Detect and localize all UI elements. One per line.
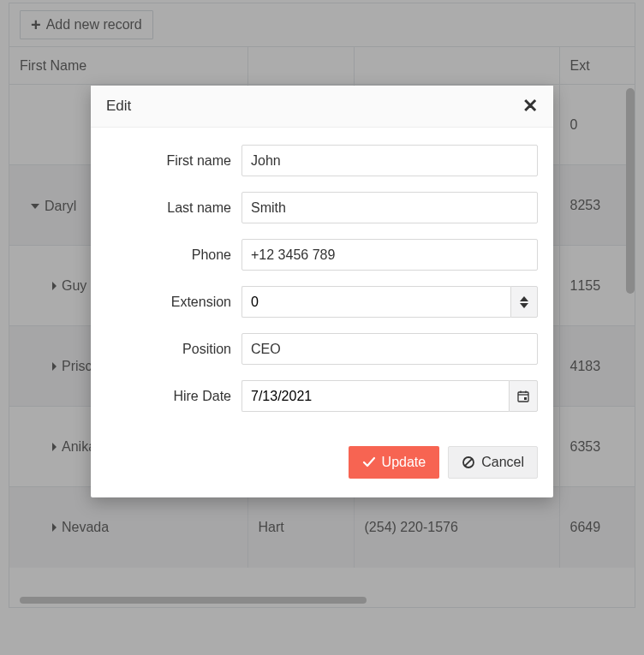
- form-row-position: Position: [106, 333, 538, 365]
- extension-label: Extension: [106, 295, 242, 310]
- phone-label: Phone: [106, 247, 242, 263]
- phone-field[interactable]: [242, 239, 538, 271]
- svg-line-6: [465, 459, 472, 466]
- cancel-button[interactable]: Cancel: [448, 446, 538, 479]
- hire-date-label: Hire Date: [106, 389, 242, 404]
- modal-footer: Update Cancel: [91, 434, 553, 497]
- update-label: Update: [382, 455, 426, 470]
- spin-up-icon[interactable]: [520, 296, 528, 301]
- position-field[interactable]: [242, 333, 538, 365]
- cancel-label: Cancel: [481, 455, 524, 470]
- calendar-button[interactable]: [509, 380, 538, 412]
- modal-body: First name Last name Phone Extension: [91, 128, 553, 434]
- calendar-icon: [516, 390, 530, 403]
- modal-header: Edit ✕: [91, 86, 553, 128]
- close-icon: ✕: [522, 95, 538, 116]
- hire-date-picker: [242, 380, 538, 412]
- form-row-hire-date: Hire Date: [106, 380, 538, 412]
- cancel-icon: [462, 456, 475, 469]
- last-name-field[interactable]: [242, 192, 538, 223]
- svg-rect-0: [518, 392, 528, 402]
- hire-date-field[interactable]: [242, 380, 509, 412]
- check-icon: [362, 456, 376, 468]
- last-name-label: Last name: [106, 200, 242, 216]
- close-button[interactable]: ✕: [522, 98, 538, 114]
- form-row-first-name: First name: [106, 145, 538, 176]
- first-name-label: First name: [106, 153, 242, 169]
- first-name-field[interactable]: [242, 145, 538, 176]
- svg-rect-4: [524, 397, 527, 400]
- update-button[interactable]: Update: [349, 446, 440, 479]
- extension-stepper: [242, 286, 538, 318]
- extension-field[interactable]: [242, 286, 510, 318]
- form-row-last-name: Last name: [106, 192, 538, 223]
- spin-down-icon[interactable]: [520, 303, 528, 308]
- spin-buttons: [510, 286, 538, 318]
- form-row-phone: Phone: [106, 239, 538, 271]
- modal-title: Edit: [106, 98, 131, 115]
- modal-overlay: Edit ✕ First name Last name Phone Extens…: [0, 0, 644, 655]
- position-label: Position: [106, 342, 242, 357]
- form-row-extension: Extension: [106, 286, 538, 318]
- edit-modal: Edit ✕ First name Last name Phone Extens…: [91, 86, 553, 497]
